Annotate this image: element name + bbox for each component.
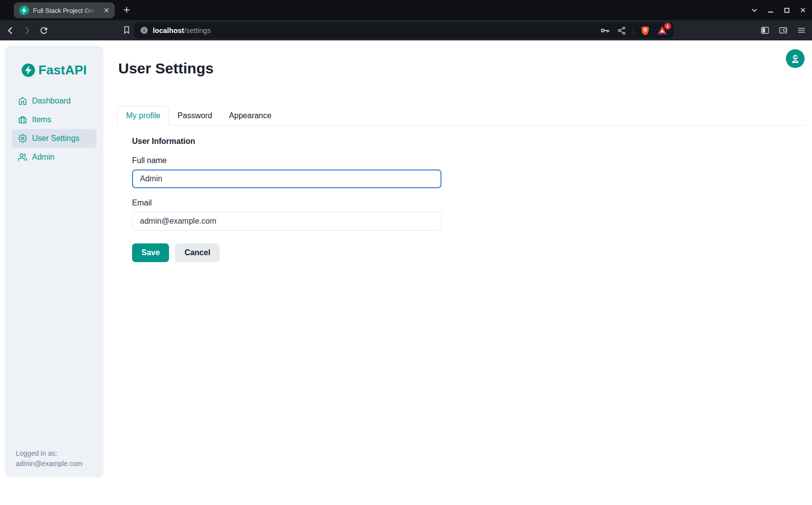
site-info-icon[interactable] xyxy=(140,26,148,34)
url-host: localhost xyxy=(153,27,184,34)
wallet-icon[interactable] xyxy=(778,26,788,35)
email-label: Email xyxy=(132,199,441,207)
email-input[interactable] xyxy=(132,212,441,231)
form-actions: Save Cancel xyxy=(132,243,441,262)
fastapi-logo-icon xyxy=(22,64,35,77)
user-menu-button[interactable] xyxy=(786,49,805,68)
nav-buttons xyxy=(5,20,49,40)
fastapi-logo-text: FastAPI xyxy=(38,63,87,78)
browser-action-icons xyxy=(760,20,806,40)
maximize-button[interactable] xyxy=(782,6,791,14)
users-icon xyxy=(18,153,27,162)
tab-search-chevron-icon[interactable] xyxy=(750,6,758,14)
tab-close-icon[interactable]: ✕ xyxy=(102,6,111,15)
reload-button[interactable] xyxy=(38,25,49,36)
logged-in-info: Logged in as: admin@example.com xyxy=(16,448,83,469)
menu-hamburger-icon[interactable] xyxy=(797,26,806,35)
back-button[interactable] xyxy=(5,25,16,36)
home-icon xyxy=(18,97,27,105)
url-text: localhost/settings xyxy=(153,27,211,34)
sidebar-item-admin[interactable]: Admin xyxy=(12,148,97,167)
new-tab-button[interactable]: + xyxy=(120,3,134,17)
profile-form: User Information Full name Email Save Ca… xyxy=(132,137,441,262)
cancel-button[interactable]: Cancel xyxy=(175,243,219,262)
sidebar-item-items[interactable]: Items xyxy=(12,110,97,129)
password-key-icon[interactable] xyxy=(600,25,610,36)
url-path: /settings xyxy=(184,27,211,34)
tab-title: Full Stack Project Genera xyxy=(33,7,98,14)
rewards-notification-badge: 1 xyxy=(664,23,671,30)
gear-icon xyxy=(18,134,27,143)
bookmark-icon[interactable] xyxy=(121,25,132,35)
settings-tabs: My profile Password Appearance xyxy=(117,106,807,126)
sidebar-item-user-settings[interactable]: User Settings xyxy=(12,129,97,148)
sidebar-item-dashboard[interactable]: Dashboard xyxy=(12,92,97,110)
window-controls: ✕ xyxy=(750,0,809,20)
sidebar-panel-icon[interactable] xyxy=(760,26,770,35)
sidebar: FastAPI Dashboard Items User Settings xyxy=(5,46,103,477)
navigation-bar: localhost/settings xyxy=(0,20,812,40)
tab-strip: Full Stack Project Genera ✕ + ✕ xyxy=(0,0,812,20)
share-icon[interactable] xyxy=(617,26,627,35)
sidebar-item-label: User Settings xyxy=(32,134,79,143)
browser-tab[interactable]: Full Stack Project Genera ✕ xyxy=(14,2,115,18)
url-bar[interactable]: localhost/settings xyxy=(134,22,674,38)
briefcase-icon xyxy=(18,115,27,124)
tab-my-profile[interactable]: My profile xyxy=(117,106,169,126)
logged-in-label: Logged in as: xyxy=(16,448,83,458)
fastapi-logo: FastAPI xyxy=(5,46,103,78)
save-button[interactable]: Save xyxy=(132,243,169,262)
fastapi-favicon-icon xyxy=(19,5,29,15)
sidebar-item-label: Admin xyxy=(32,153,54,162)
sidebar-item-label: Items xyxy=(32,115,51,124)
minimize-button[interactable] xyxy=(766,6,775,14)
logged-in-email: admin@example.com xyxy=(16,459,83,469)
brave-rewards-icon[interactable]: 1 xyxy=(657,25,668,36)
url-bar-actions: 1 xyxy=(600,25,668,36)
page-title: User Settings xyxy=(118,60,213,77)
full-name-label: Full name xyxy=(132,156,441,165)
section-title: User Information xyxy=(132,137,441,146)
full-name-input[interactable] xyxy=(132,169,441,188)
close-window-button[interactable]: ✕ xyxy=(799,6,807,14)
tab-appearance[interactable]: Appearance xyxy=(221,106,280,126)
divider xyxy=(633,26,634,35)
sidebar-item-label: Dashboard xyxy=(32,97,70,105)
browser-chrome: Full Stack Project Genera ✕ + ✕ xyxy=(0,0,812,40)
app-page: FastAPI Dashboard Items User Settings xyxy=(0,40,812,505)
tab-password[interactable]: Password xyxy=(169,106,220,126)
brave-shield-icon[interactable] xyxy=(640,25,650,36)
forward-button[interactable] xyxy=(22,25,33,36)
user-astronaut-icon xyxy=(790,53,801,64)
sidebar-menu: Dashboard Items User Settings Admin xyxy=(5,92,103,167)
